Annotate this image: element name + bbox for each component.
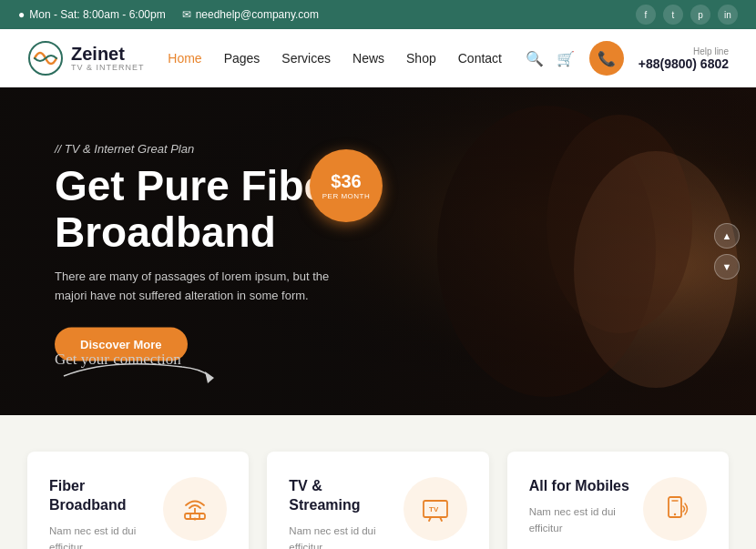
service-card-fiber: Fiber Broadband Nam nec est id dui effic… <box>27 452 249 549</box>
logo-subtitle: TV & INTERNET <box>71 63 145 72</box>
envelope-icon: ✉ <box>182 8 191 21</box>
nav-contact[interactable]: Contact <box>458 51 502 66</box>
top-bar-left: ● Mon - Sat: 8:00am - 6:00pm ✉ needhelp@… <box>18 8 319 21</box>
helpline: Help line +88(9800) 6802 <box>639 46 729 71</box>
service-info-fiber: Fiber Broadband Nam nec est id dui effic… <box>49 477 152 549</box>
hero-title-line1: Get Pure Fiber <box>55 162 343 209</box>
cart-icon[interactable]: 🛒 <box>557 50 575 67</box>
price-badge: $36 PER MONTH <box>310 149 383 222</box>
service-desc-mobile: Nam nec est id dui efficitur <box>529 503 632 537</box>
service-desc-fiber: Nam nec est id dui efficitur <box>49 523 152 549</box>
nav-news[interactable]: News <box>352 51 384 66</box>
hero-subtitle: // TV & Internet Great Plan <box>55 142 364 156</box>
main-nav: Home Pages Services News Shop Contact <box>168 51 502 66</box>
nav-services[interactable]: Services <box>281 51 331 66</box>
service-icon-wrap-tv: TV <box>404 477 467 541</box>
hero-title-line2: Broadband <box>55 208 276 255</box>
mobile-icon <box>658 492 692 526</box>
helpline-label: Help line <box>639 46 729 56</box>
email-text: needhelp@company.com <box>196 8 319 21</box>
nav-pages[interactable]: Pages <box>224 51 261 66</box>
top-bar: ● Mon - Sat: 8:00am - 6:00pm ✉ needhelp@… <box>0 0 756 29</box>
service-desc-tv: Nam nec est id dui efficitur <box>289 523 392 549</box>
price-label: PER MONTH <box>322 192 371 200</box>
logo-text-block: Zeinet TV & INTERNET <box>71 45 145 72</box>
nav-home[interactable]: Home <box>168 51 201 66</box>
helpline-number: +88(9800) 6802 <box>639 56 729 71</box>
support-icon[interactable]: 📞 <box>589 41 624 76</box>
header: Zeinet TV & INTERNET Home Pages Services… <box>0 29 756 87</box>
svg-point-12 <box>194 518 197 521</box>
service-icon-wrap-fiber <box>163 477 227 541</box>
service-icon-wrap-mobile <box>643 477 707 541</box>
twitter-icon[interactable]: t <box>663 5 683 25</box>
prev-arrow[interactable]: ▲ <box>714 223 740 249</box>
svg-marker-7 <box>205 371 214 383</box>
svg-point-18 <box>674 513 676 515</box>
tv-icon: TV <box>418 492 453 526</box>
service-info-mobile: All for Mobiles Nam nec est id dui effic… <box>529 477 632 537</box>
logo-name: Zeinet <box>71 45 145 63</box>
svg-text:TV: TV <box>429 505 439 513</box>
service-card-tv: TV & Streaming Nam nec est id dui effici… <box>267 452 488 549</box>
slider-arrows: ▲ ▼ <box>714 223 740 280</box>
search-icon[interactable]: 🔍 <box>526 50 544 67</box>
hero-script-text: Get your connection <box>55 349 237 390</box>
service-title-tv: TV & Streaming <box>289 477 392 515</box>
email-item: ✉ needhelp@company.com <box>182 8 319 21</box>
script-label: Get your connection <box>55 351 181 369</box>
hours-item: ● Mon - Sat: 8:00am - 6:00pm <box>18 8 166 21</box>
nav-shop[interactable]: Shop <box>406 51 436 66</box>
wifi-router-icon <box>178 492 212 526</box>
hours-text: Mon - Sat: 8:00am - 6:00pm <box>29 8 165 21</box>
service-card-mobile: All for Mobiles Nam nec est id dui effic… <box>507 452 729 549</box>
next-arrow[interactable]: ▼ <box>714 254 740 280</box>
clock-icon: ● <box>18 8 25 21</box>
pinterest-icon[interactable]: p <box>690 5 710 25</box>
services-section: Fiber Broadband Nam nec est id dui effic… <box>0 415 756 549</box>
social-links: f t p in <box>636 5 738 25</box>
service-title-mobile: All for Mobiles <box>529 477 632 496</box>
header-right: 🔍 🛒 📞 Help line +88(9800) 6802 <box>526 41 729 76</box>
hero-section: $36 PER MONTH // TV & Internet Great Pla… <box>0 87 756 415</box>
logo[interactable]: Zeinet TV & INTERNET <box>27 40 145 76</box>
header-icons: 🔍 🛒 <box>526 50 575 67</box>
service-info-tv: TV & Streaming Nam nec est id dui effici… <box>289 477 392 549</box>
headset-icon: 📞 <box>598 50 616 67</box>
price-amount: $36 <box>331 171 361 192</box>
hero-description: There are many of passages of lorem ipsu… <box>55 268 364 306</box>
service-title-fiber: Fiber Broadband <box>49 477 152 515</box>
facebook-icon[interactable]: f <box>636 5 656 25</box>
instagram-icon[interactable]: in <box>718 5 738 25</box>
logo-svg <box>27 40 64 76</box>
